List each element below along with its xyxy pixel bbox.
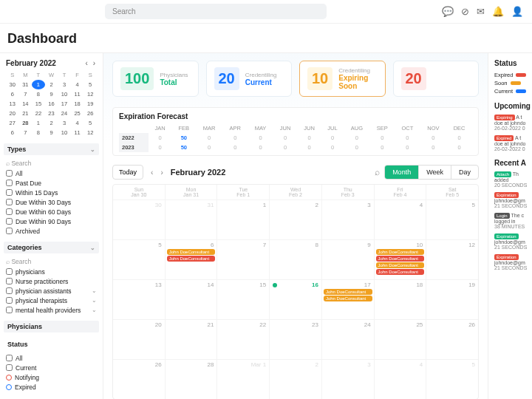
- filter-option[interactable]: All: [6, 353, 97, 363]
- mini-cal-next[interactable]: ›: [92, 59, 97, 67]
- calendar-cell[interactable]: 2: [270, 359, 322, 399]
- calendar-cell[interactable]: 30: [113, 200, 166, 239]
- filter-option[interactable]: mental health providers⌄: [6, 305, 97, 315]
- mini-cal-day[interactable]: 5: [83, 118, 97, 128]
- filter-option[interactable]: Due Within 60 Days: [6, 207, 97, 216]
- activity-item[interactable]: Expiration johndoe@gm21 SECONDS: [494, 254, 532, 270]
- mini-cal-day[interactable]: 6: [6, 89, 19, 99]
- stat-card[interactable]: 10CredentilingExpiring Soon: [299, 61, 386, 97]
- mini-cal-day[interactable]: 10: [58, 89, 71, 99]
- calendar-cell[interactable]: 5: [426, 359, 478, 399]
- search-input[interactable]: Search: [105, 4, 327, 19]
- clock-icon[interactable]: ⊘: [461, 6, 469, 17]
- calendar-cell[interactable]: 26: [426, 319, 478, 359]
- calendar-event[interactable]: John DoeConsultant: [376, 269, 425, 275]
- calendar-cell[interactable]: 15: [217, 279, 270, 319]
- filter-option[interactable]: Due Within 90 Days: [6, 216, 97, 226]
- mini-cal-day[interactable]: 28: [19, 118, 33, 128]
- mini-cal-day[interactable]: 9: [45, 89, 58, 99]
- calendar-cell[interactable]: 17John DoeConsultantJohn DoeConsultant: [322, 279, 375, 319]
- calendar-cell[interactable]: Mar 1: [217, 359, 270, 399]
- activity-item[interactable]: Expired A tdoe at johndo26-02-2022 0: [494, 135, 532, 151]
- calendar-cell[interactable]: 28: [166, 359, 218, 399]
- activity-item[interactable]: Attach Thadded20 SECONDS: [494, 171, 532, 188]
- calendar-cell[interactable]: 19: [426, 279, 478, 319]
- mini-cal-day[interactable]: 4: [71, 80, 84, 89]
- mini-cal-day[interactable]: 25: [71, 109, 84, 118]
- calendar-cell[interactable]: 31: [166, 200, 218, 239]
- mini-cal-day[interactable]: 21: [19, 109, 33, 118]
- filter-option[interactable]: Expired: [6, 382, 97, 392]
- calendar-event[interactable]: John DoeConsultant: [376, 262, 425, 268]
- filter-option[interactable]: Archived: [6, 226, 97, 236]
- mini-cal-day[interactable]: 2: [45, 118, 58, 128]
- mini-cal-day[interactable]: 7: [19, 89, 33, 99]
- cal-prev[interactable]: ‹: [148, 167, 156, 178]
- bell-icon[interactable]: 🔔: [492, 6, 504, 17]
- filter-option[interactable]: physician assistants⌄: [6, 286, 97, 296]
- filter-option[interactable]: Within 15 Days: [6, 188, 97, 197]
- mini-cal-day[interactable]: 7: [19, 128, 33, 137]
- mini-cal-day[interactable]: 20: [6, 109, 19, 118]
- mini-cal-day[interactable]: 13: [6, 99, 19, 109]
- calendar-cell[interactable]: 26: [113, 359, 166, 399]
- chat-icon[interactable]: 💬: [442, 6, 454, 17]
- mini-cal-day[interactable]: 8: [32, 89, 45, 99]
- stat-card[interactable]: 20: [393, 61, 480, 97]
- mini-cal-day[interactable]: 6: [6, 128, 19, 137]
- calendar-event[interactable]: John DoeConsultant: [167, 249, 216, 255]
- mini-cal-day[interactable]: 9: [45, 128, 58, 137]
- activity-item[interactable]: Expiration johndoe@gm21 SECONDS: [494, 192, 532, 208]
- calendar-cell[interactable]: 12: [426, 239, 478, 279]
- mini-cal-day[interactable]: 5: [83, 80, 97, 89]
- calendar-cell[interactable]: 7: [217, 239, 270, 279]
- mini-cal-day[interactable]: 27: [6, 118, 19, 128]
- calendar-cell[interactable]: 22: [217, 319, 270, 359]
- mini-cal-day[interactable]: 8: [32, 128, 45, 137]
- calendar-cell[interactable]: 10John DoeConsultantJohn DoeConsultantJo…: [375, 239, 427, 279]
- calendar-cell[interactable]: 3: [322, 359, 375, 399]
- activity-item[interactable]: Expiring A tdoe at johndo26-02-2022 0: [494, 115, 532, 131]
- calendar-search-icon[interactable]: ⌕: [375, 167, 380, 177]
- calendar-cell[interactable]: 14: [166, 279, 218, 319]
- calendar-event[interactable]: John DoeConsultant: [167, 256, 216, 262]
- stat-card[interactable]: 100PhysiciansTotal: [112, 61, 199, 97]
- mini-cal-day[interactable]: 30: [6, 80, 19, 89]
- mini-cal-day[interactable]: 23: [45, 109, 58, 118]
- calendar-cell[interactable]: 5: [113, 239, 166, 279]
- categories-search[interactable]: ⌕ Search: [6, 256, 97, 267]
- filter-option[interactable]: All: [6, 168, 97, 178]
- mini-cal-day[interactable]: 31: [19, 80, 33, 89]
- mini-cal-day[interactable]: 14: [19, 99, 33, 109]
- cal-next[interactable]: ›: [157, 167, 166, 178]
- filter-option[interactable]: Notifying: [6, 372, 97, 382]
- mini-cal-day[interactable]: 24: [58, 109, 71, 118]
- mini-cal-day[interactable]: 11: [71, 89, 84, 99]
- mini-cal-day[interactable]: 15: [32, 99, 45, 109]
- activity-item[interactable]: Login The clogged in38 MINUTES: [494, 213, 532, 229]
- mini-cal-day[interactable]: 3: [58, 80, 71, 89]
- stat-card[interactable]: 20CredentilingCurrent: [206, 61, 293, 97]
- mini-cal-prev[interactable]: ‹: [84, 59, 89, 67]
- mini-cal-day[interactable]: 12: [83, 89, 97, 99]
- mini-cal-day[interactable]: 1: [32, 118, 45, 128]
- mini-cal-day[interactable]: 16: [45, 99, 58, 109]
- filter-option[interactable]: Due Within 30 Days: [6, 197, 97, 207]
- mini-cal-day[interactable]: 2: [45, 80, 58, 89]
- calendar-cell[interactable]: 24: [322, 319, 375, 359]
- user-icon[interactable]: 👤: [511, 6, 523, 17]
- view-week[interactable]: Week: [419, 166, 451, 179]
- mini-cal-day[interactable]: 26: [83, 109, 97, 118]
- calendar-cell[interactable]: 4: [375, 200, 427, 239]
- filter-option[interactable]: Past Due: [6, 178, 97, 188]
- calendar-event[interactable]: John DoeConsultant: [324, 296, 372, 301]
- calendar-cell[interactable]: 2: [270, 200, 322, 239]
- calendar-cell[interactable]: 5: [426, 200, 478, 239]
- calendar-event[interactable]: John DoeConsultant: [324, 289, 372, 295]
- calendar-cell[interactable]: 16: [270, 279, 322, 319]
- calendar-cell[interactable]: 1: [217, 200, 270, 239]
- filter-option[interactable]: Current: [6, 363, 97, 372]
- calendar-cell[interactable]: 13: [113, 279, 166, 319]
- filter-option[interactable]: physicians: [6, 267, 97, 276]
- calendar-cell[interactable]: 18: [375, 279, 427, 319]
